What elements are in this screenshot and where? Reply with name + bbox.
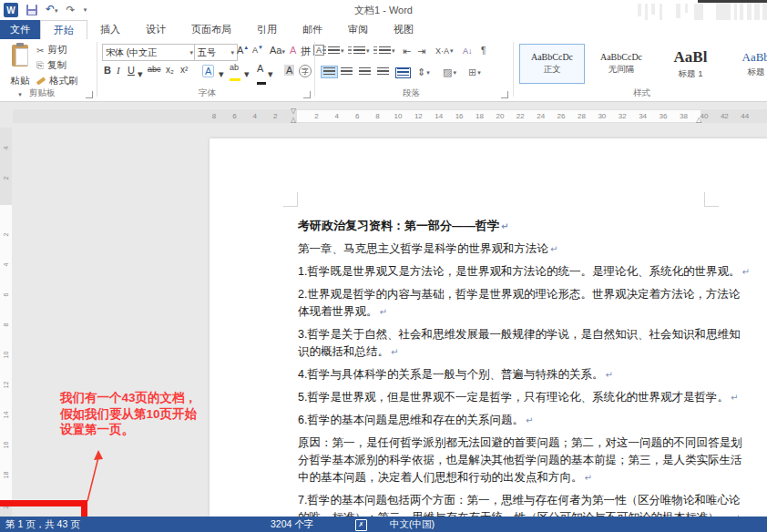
ribbon-tab[interactable]: 插入 xyxy=(87,20,133,39)
paste-button[interactable] xyxy=(9,45,31,72)
tab-file[interactable]: 文件 xyxy=(0,20,40,39)
ribbon-tab[interactable]: 引用 xyxy=(244,20,290,39)
style-chip[interactable]: AaBbCcDc 正文 xyxy=(519,44,585,84)
document-text-line: 3.哲学是关于自然、社会和思维发展最一般规律的学说，是自然知识、社会知识和思维知 xyxy=(298,326,704,343)
document-text-line: 6.哲学的基本问题是思维和存在的关系问题。↵ xyxy=(298,412,704,429)
font-color-caret-icon[interactable]: ▾ xyxy=(268,68,273,80)
styles-group-label: 样式 xyxy=(633,87,650,99)
vertical-ruler-margin-numbers: 42 xyxy=(0,133,12,193)
increase-indent-icon[interactable]: ⇥ xyxy=(417,46,425,57)
decrease-indent-icon[interactable]: ⇤ xyxy=(403,46,411,57)
justify-button[interactable] xyxy=(377,67,389,77)
annotation-line: 设置第一页。 xyxy=(60,422,197,438)
hanging-indent-marker[interactable]: △ xyxy=(291,117,296,124)
ruler-after-numbers: 404244 xyxy=(694,112,755,120)
bullets-icon xyxy=(322,46,326,56)
document-text-line: 1.哲学既是世界观又是方法论，是世界观和方法论的统一。是理论化、系统化的世界观。… xyxy=(298,263,704,281)
text-effects-icon[interactable]: A xyxy=(202,65,214,77)
multilevel-list-button[interactable]: ▾ xyxy=(373,46,395,56)
paste-caret-icon[interactable]: ▾ xyxy=(18,91,22,97)
cut-button[interactable]: ✂剪切 xyxy=(36,44,78,56)
asian-layout-button[interactable]: X·A▾ xyxy=(435,46,454,56)
font-color-button[interactable]: A xyxy=(257,63,266,85)
bullets-button[interactable]: ▾ xyxy=(322,46,344,56)
show-marks-icon[interactable]: ¶ xyxy=(481,46,486,56)
underline-caret-icon[interactable]: ▾ xyxy=(138,68,143,80)
right-indent-marker[interactable]: △ xyxy=(696,117,701,124)
margin-corner-mark-left xyxy=(283,192,298,207)
ribbon-tab[interactable]: 页面布局 xyxy=(179,20,244,39)
borders-button[interactable]: ⊞▾ xyxy=(468,66,481,78)
paragraph-mark-icon: ↵ xyxy=(605,370,612,380)
word-count[interactable]: 3204 个字 xyxy=(271,518,313,531)
format-painter-button[interactable]: 格式刷 xyxy=(36,75,78,87)
line-spacing-button[interactable]: ⇕▾ xyxy=(417,66,430,78)
style-chip[interactable]: AaBbCcDc 无间隔 xyxy=(588,44,654,84)
highlight-color-button[interactable]: ab xyxy=(230,63,240,81)
superscript-button[interactable]: x² xyxy=(180,65,188,75)
highlight-color-icon xyxy=(230,78,240,81)
clipboard-icon xyxy=(12,45,28,66)
change-case-button[interactable]: Aa▾ xyxy=(270,45,285,56)
paragraph-mark-icon: ↵ xyxy=(501,221,508,231)
document-text-line: 第一章、马克思主义哲学是科学的世界观和方法论↵ xyxy=(298,240,704,258)
align-right-icon xyxy=(359,67,371,77)
clipboard-dialog-launcher[interactable] xyxy=(86,91,93,98)
align-left-button[interactable] xyxy=(321,66,338,78)
paragraph-mark-icon: ↵ xyxy=(741,267,749,277)
document-text-line: 分哲学基本派别的科学依据，也是解决其他哲学问题的基本前提；第三，是人类实际生活 xyxy=(298,452,704,469)
page-indicator[interactable]: 第 1 页，共 43 页 xyxy=(5,518,80,531)
character-shading-icon[interactable]: A xyxy=(284,65,294,76)
enclose-characters-icon[interactable]: 字 xyxy=(299,65,312,77)
sort-icon[interactable]: A↓ xyxy=(463,46,473,56)
style-chip[interactable]: AaBl 标题 1 xyxy=(658,44,723,84)
document-text-line: 2.世界观是哲学的内容与基础，哲学是世界观的理论形态。世界观决定着方法论，方法论 xyxy=(298,286,704,303)
text-effects-caret-icon[interactable]: ▾ xyxy=(219,68,224,80)
paragraph-mark-icon: ↵ xyxy=(526,415,533,425)
italic-button[interactable]: I xyxy=(117,65,120,76)
shading-button[interactable]: ▨▾ xyxy=(443,66,456,78)
subscript-button[interactable]: x₂ xyxy=(166,65,174,75)
document-text-line: 原因：第一，是任何哲学派别都无法回避的首要问题；第二，对这一问题的不同回答是划 xyxy=(298,435,704,452)
font-family-select[interactable]: 宋体 (中文正▾ xyxy=(102,44,197,61)
ribbon-tab[interactable]: 视图 xyxy=(381,20,426,39)
ribbon-tab[interactable]: 设计 xyxy=(133,20,179,39)
document-text-line: 4.哲学与具体科学的关系是一般与个别、普遍与特殊的关系。↵ xyxy=(298,366,704,384)
clear-formatting-icon[interactable]: A xyxy=(290,45,296,56)
proofing-status-icon[interactable]: ✗ xyxy=(355,519,367,531)
numbering-icon xyxy=(348,46,352,56)
ribbon-tab[interactable]: 邮件 xyxy=(290,20,335,39)
document-content[interactable]: 考研政治复习资料：第一部分——哲学↵ 第一章、马克思主义哲学是科学的世界观和方法… xyxy=(298,217,704,532)
bold-button[interactable]: B xyxy=(104,65,111,76)
ribbon-tab-row: 文件 开始插入设计页面布局引用邮件审阅视图 xyxy=(0,20,767,39)
ruler-main-numbers: 2468101214161820222426283032343638 xyxy=(306,112,693,120)
grow-font-button[interactable]: A▲ xyxy=(237,45,249,56)
ribbon-tab[interactable]: 开始 xyxy=(40,20,87,39)
strikethrough-button[interactable]: abc xyxy=(148,65,161,74)
copy-button[interactable]: ⎘复制 xyxy=(36,59,78,72)
distribute-button[interactable] xyxy=(395,67,411,78)
align-right-button[interactable] xyxy=(359,67,371,77)
document-text-line: 考研政治复习资料：第一部分——哲学↵ xyxy=(298,217,704,235)
align-center-button[interactable] xyxy=(341,67,353,77)
clipboard-group-label: 剪贴板 xyxy=(29,87,56,99)
font-color-icon xyxy=(257,82,266,85)
underline-button[interactable]: U xyxy=(128,65,135,76)
font-group-label: 字体 xyxy=(199,87,216,99)
shrink-font-button[interactable]: A▼ xyxy=(252,45,263,55)
style-chip[interactable]: AaBbC 标题 2 xyxy=(727,44,767,84)
phonetic-guide-icon[interactable]: 拼 xyxy=(301,45,311,58)
ribbon-tab[interactable]: 审阅 xyxy=(335,20,381,39)
highlight-caret-icon[interactable]: ▾ xyxy=(244,68,250,80)
first-line-indent-marker[interactable]: ▽ xyxy=(291,107,296,115)
font-dialog-launcher[interactable] xyxy=(303,91,311,98)
annotation-line: 假如我们要从第10页开始 xyxy=(60,406,197,423)
language-indicator[interactable]: 中文(中国) xyxy=(390,518,435,531)
font-family-caret-icon: ▾ xyxy=(189,49,193,56)
word-window: W ↶▾ ↷ ▾ 文档1 - Word 文件 开始插入设计页面布局引用邮件审阅视… xyxy=(0,0,767,532)
paragraph-mark-icon: ↵ xyxy=(550,244,557,254)
paragraph-dialog-launcher[interactable] xyxy=(501,91,508,98)
font-size-select[interactable]: 五号▾ xyxy=(194,44,238,61)
numbering-button[interactable]: ▾ xyxy=(348,46,370,56)
annotation-text: 我们有一个43页的文档，假如我们要从第10页开始设置第一页。 xyxy=(60,390,197,438)
